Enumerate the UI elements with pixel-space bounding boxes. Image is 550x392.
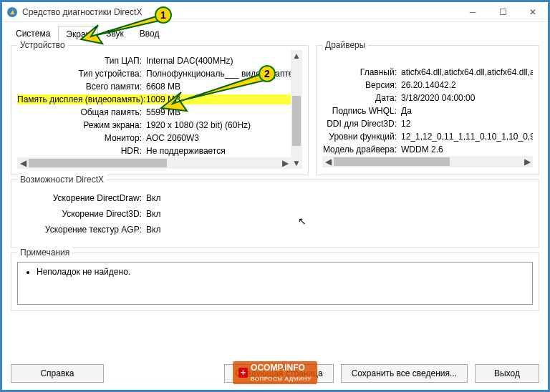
direct3d-label: Ускорение Direct3D:: [17, 209, 146, 219]
driver-date-label: Дата:: [322, 93, 401, 103]
driver-main-label: Главный:: [322, 67, 401, 77]
notes-legend: Примечания: [17, 248, 72, 258]
tab-input[interactable]: Ввод: [132, 25, 168, 42]
driver-model-label: Модель драйвера:: [322, 144, 401, 155]
tab-sound[interactable]: Звук: [98, 25, 132, 42]
display-mem-label: Память дисплея (видеопамять):: [17, 94, 146, 104]
device-v-scrollbar[interactable]: ▲ ▼: [291, 50, 302, 169]
total-mem-label: Всего памяти:: [17, 82, 146, 92]
minimize-button[interactable]: ─: [458, 2, 488, 21]
shared-mem-value: 5599 MB: [146, 107, 291, 117]
watermark-sub: ВОПРОСЫ АДМИНУ: [251, 376, 312, 382]
maximize-button[interactable]: ☐: [488, 2, 518, 21]
driver-ver-value: 26.20.14042.2: [401, 80, 533, 90]
dac-type-label: Тип ЦАП:: [17, 56, 146, 66]
app-icon: [6, 6, 18, 18]
window-title: Средство диагностики DirectX: [22, 7, 458, 17]
feature-levels-value: 12_1,12_0,11_1,11_0,10_1,10_0,9_3: [401, 132, 533, 142]
scroll-down-icon[interactable]: ▼: [292, 157, 301, 169]
whql-label: Подпись WHQL:: [322, 106, 401, 116]
exit-button[interactable]: Выход: [475, 364, 539, 383]
driver-model-value: WDDM 2.6: [401, 144, 533, 155]
cursor-icon: ↖: [298, 215, 307, 227]
directx-caps-legend: Возможности DirectX: [17, 175, 107, 185]
notes-line: Неполадок не найдено.: [37, 267, 525, 277]
device-type-label: Тип устройства:: [17, 69, 146, 79]
close-button[interactable]: ✕: [518, 2, 548, 21]
monitor-value: AOC 2060W3: [146, 133, 291, 143]
device-fieldset: Устройство Тип ЦАП:Internal DAC(400MHz) …: [11, 45, 309, 175]
notes-box[interactable]: Неполадок не найдено.: [17, 262, 533, 305]
scroll-up-icon[interactable]: ▲: [292, 50, 301, 62]
driver-ver-label: Версия:: [322, 80, 401, 90]
dxdiag-window: Средство диагностики DirectX ─ ☐ ✕ Систе…: [0, 0, 550, 392]
directx-caps-fieldset: Возможности DirectX Ускорение DirectDraw…: [11, 180, 539, 248]
help-button[interactable]: Справка: [11, 364, 104, 383]
drivers-fieldset: Драйверы Главный:aticfx64.dll,aticfx64.d…: [316, 45, 539, 175]
drivers-legend: Драйверы: [322, 40, 368, 50]
drivers-h-scrollbar[interactable]: ◀ ▶: [322, 156, 533, 167]
tab-bar: Система Экран Звук Ввод: [2, 22, 548, 42]
monitor-label: Монитор:: [17, 133, 146, 143]
screen-mode-value: 1920 x 1080 (32 bit) (60Hz): [146, 120, 291, 130]
scroll-right-icon[interactable]: ▶: [521, 157, 533, 167]
dac-type-value: Internal DAC(400MHz): [146, 56, 291, 66]
driver-date-value: 3/18/2020 04:00:00: [401, 93, 533, 103]
watermark: + OCOMP.INFO ВОПРОСЫ АДМИНУ: [233, 361, 317, 384]
shared-mem-label: Общая память:: [17, 107, 146, 117]
ddi-label: DDI для Direct3D:: [322, 119, 401, 129]
agp-value: Вкл: [146, 225, 533, 235]
feature-levels-label: Уровни функций:: [322, 132, 401, 142]
device-h-scrollbar[interactable]: ◀ ▶: [17, 157, 291, 169]
device-type-value: Полнофункциональ___ видеоадапте: [146, 69, 291, 79]
hdr-value: Не поддерживается: [146, 146, 291, 156]
scroll-right-icon[interactable]: ▶: [279, 158, 291, 168]
display-mem-value: 1009 MB: [146, 94, 291, 104]
direct3d-value: Вкл: [146, 209, 533, 219]
hdr-label: HDR:: [17, 146, 146, 156]
scroll-left-icon[interactable]: ◀: [17, 158, 29, 168]
notes-fieldset: Примечания Неполадок не найдено.: [11, 253, 539, 311]
save-all-button[interactable]: Сохранить все сведения...: [341, 364, 468, 383]
driver-main-value: aticfx64.dll,aticfx64.dll,aticfx64.dll,a…: [401, 67, 533, 77]
scroll-left-icon[interactable]: ◀: [322, 157, 334, 167]
device-legend: Устройство: [17, 40, 68, 50]
agp-label: Ускорение текстур AGP:: [17, 225, 146, 235]
ddi-value: 12: [401, 119, 533, 129]
whql-value: Да: [401, 106, 533, 116]
titlebar: Средство диагностики DirectX ─ ☐ ✕: [2, 2, 548, 22]
screen-mode-label: Режим экрана:: [17, 120, 146, 130]
directdraw-label: Ускорение DirectDraw:: [17, 193, 146, 203]
plus-icon: +: [238, 368, 248, 378]
total-mem-value: 6608 МB: [146, 82, 291, 92]
watermark-brand: OCOMP.INFO: [251, 363, 305, 373]
directdraw-value: Вкл: [146, 193, 533, 203]
